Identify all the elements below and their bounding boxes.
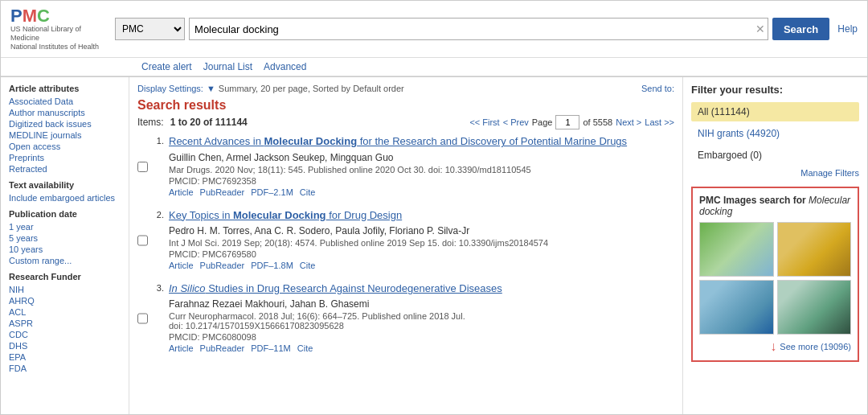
filter-nih-link[interactable]: NIH grants (44920) — [698, 128, 780, 139]
sidebar-item-ahrq[interactable]: AHRQ — [9, 296, 121, 306]
pagination-last[interactable]: Last >> — [645, 117, 674, 127]
result-body-2: Key Topics in Molecular Docking for Drug… — [169, 208, 674, 270]
pagination: << First < Prev Page of 5558 Next > Last… — [469, 115, 674, 129]
result-cite-link-3[interactable]: Cite — [297, 343, 313, 353]
result-pubreader-link-3[interactable]: PubReader — [200, 343, 245, 353]
result-pdf-link-1[interactable]: PDF–2.1M — [251, 187, 293, 197]
pagination-of: of 5558 — [583, 117, 612, 127]
filter-item-embargoed[interactable]: Embargoed (0) — [691, 146, 859, 165]
see-more: ↓ See more (19096) — [699, 339, 851, 354]
result-pubreader-link-1[interactable]: PubReader — [200, 187, 245, 197]
sub-nav: Create alert Journal List Advanced — [1, 58, 867, 76]
result-title-link-2[interactable]: Key Topics in Molecular Docking for Drug… — [169, 209, 402, 221]
result-links-1: Article PubReader PDF–2.1M Cite — [169, 187, 674, 197]
text-availability-heading: Text availability — [9, 180, 121, 190]
result-title-1: Recent Advances in Molecular Docking for… — [169, 134, 674, 149]
result-cite-link-2[interactable]: Cite — [300, 261, 316, 270]
result-title-link-1[interactable]: Recent Advances in Molecular Docking for… — [169, 135, 627, 147]
result-number-3: 3. — [153, 281, 164, 353]
filter-item-all[interactable]: All (111144) — [691, 102, 859, 121]
pagination-prev[interactable]: < Prev — [503, 117, 529, 127]
sidebar-item-nih[interactable]: NIH — [9, 285, 121, 294]
result-journal-2: Int J Mol Sci. 2019 Sep; 20(18): 4574. P… — [169, 238, 674, 248]
result-checkbox-1[interactable] — [137, 137, 148, 196]
manage-filters-link[interactable]: Manage Filters — [800, 168, 859, 178]
table-row: 1. Recent Advances in Molecular Docking … — [137, 134, 674, 196]
sidebar-item-dhs[interactable]: DHS — [9, 341, 121, 351]
pagination-page-input[interactable] — [555, 115, 579, 129]
sidebar-item-associated-data[interactable]: Associated Data — [9, 97, 121, 106]
result-links-3: Article PubReader PDF–11M Cite — [169, 343, 674, 353]
research-funder-heading: Research Funder — [9, 272, 121, 281]
image-thumbnail-1[interactable] — [699, 222, 774, 277]
sidebar-item-fda[interactable]: FDA — [9, 364, 121, 373]
sidebar-item-5years[interactable]: 5 years — [9, 233, 121, 243]
publication-date-heading: Publication date — [9, 209, 121, 219]
database-select[interactable]: PMC PubMed Nucleotide Protein — [115, 18, 185, 40]
sidebar-item-1year[interactable]: 1 year — [9, 222, 121, 232]
sidebar-item-preprints[interactable]: Preprints — [9, 153, 121, 162]
result-pmcid-2: PMCID: PMC6769580 — [169, 249, 674, 259]
result-article-link-2[interactable]: Article — [169, 261, 194, 270]
search-button[interactable]: Search — [772, 18, 829, 40]
result-pubreader-link-2[interactable]: PubReader — [200, 261, 245, 270]
result-journal-3: Curr Neuropharmacol. 2018 Jul; 16(6): 66… — [169, 311, 674, 331]
display-settings-link[interactable]: Display Settings: — [137, 84, 203, 93]
image-thumbnail-4[interactable] — [777, 280, 852, 335]
arrow-down-icon: ↓ — [770, 339, 776, 354]
header: PMC US National Library of Medicine Nati… — [1, 1, 867, 77]
search-bar: PMC PubMed Nucleotide Protein ✕ Search — [115, 18, 829, 40]
result-pmcid-3: PMCID: PMC6080098 — [169, 332, 674, 342]
result-links-2: Article PubReader PDF–1.8M Cite — [169, 261, 674, 270]
sidebar-item-10years[interactable]: 10 years — [9, 244, 121, 254]
sidebar-item-open-access[interactable]: Open access — [9, 142, 121, 151]
sidebar-item-custom-range[interactable]: Custom range... — [9, 256, 121, 265]
result-checkbox-3[interactable] — [137, 284, 148, 353]
advanced-link[interactable]: Advanced — [264, 61, 306, 72]
create-alert-link[interactable]: Create alert — [141, 61, 192, 72]
sidebar-item-include-embargoed[interactable]: Include embargoed articles — [9, 193, 121, 203]
sidebar-item-digitized-back-issues[interactable]: Digitized back issues — [9, 119, 121, 129]
sidebar: Article attributes Associated Data Autho… — [1, 77, 129, 415]
result-cite-link-1[interactable]: Cite — [300, 187, 316, 197]
article-attributes-heading: Article attributes — [9, 84, 121, 93]
search-input[interactable] — [189, 18, 768, 40]
result-pdf-link-2[interactable]: PDF–1.8M — [251, 261, 293, 270]
send-to-link[interactable]: Send to: — [641, 84, 674, 93]
display-settings-chevron: ▼ — [207, 84, 215, 93]
see-more-link[interactable]: See more (19096) — [780, 342, 851, 351]
sidebar-item-retracted[interactable]: Retracted — [9, 164, 121, 174]
display-settings-bar: Display Settings: ▼ Summary, 20 per page… — [137, 84, 674, 93]
sidebar-item-author-manuscripts[interactable]: Author manuscripts — [9, 108, 121, 117]
result-pdf-link-3[interactable]: PDF–11M — [251, 343, 291, 353]
pmc-logo: PMC US National Library of Medicine Nati… — [10, 7, 99, 51]
result-body-3: In Silico Studies in Drug Research Again… — [169, 281, 674, 353]
sidebar-item-aspr[interactable]: ASPR — [9, 318, 121, 328]
table-row: 2. Key Topics in Molecular Docking for D… — [137, 208, 674, 270]
image-thumbnail-3[interactable] — [699, 280, 774, 335]
result-body-1: Recent Advances in Molecular Docking for… — [169, 134, 674, 196]
search-results-title: Search results — [137, 98, 674, 113]
pagination-next[interactable]: Next > — [616, 117, 641, 127]
images-box-title: PMC Images search for Molecular docking — [699, 195, 851, 217]
filter-item-nih-grants[interactable]: NIH grants (44920) — [691, 124, 859, 143]
result-number-2: 2. — [153, 208, 164, 270]
clear-icon[interactable]: ✕ — [755, 23, 765, 35]
sidebar-item-acl[interactable]: ACL — [9, 307, 121, 317]
manage-filters: Manage Filters — [691, 167, 859, 179]
pagination-first[interactable]: << First — [469, 117, 499, 127]
image-thumbnail-2[interactable] — [777, 222, 852, 277]
journal-list-link[interactable]: Journal List — [203, 61, 252, 72]
logo-subtitle: US National Library of Medicine National… — [10, 25, 99, 51]
results-list: 1. Recent Advances in Molecular Docking … — [137, 134, 674, 353]
result-checkbox-2[interactable] — [137, 211, 148, 270]
sidebar-item-cdc[interactable]: CDC — [9, 330, 121, 339]
sidebar-item-epa[interactable]: EPA — [9, 352, 121, 362]
result-article-link-1[interactable]: Article — [169, 187, 194, 197]
items-count-bar: Items: 1 to 20 of 111144 << First < Prev… — [137, 115, 674, 129]
result-article-link-3[interactable]: Article — [169, 343, 194, 353]
table-row: 3. In Silico Studies in Drug Research Ag… — [137, 281, 674, 353]
result-title-link-3[interactable]: In Silico Studies in Drug Research Again… — [169, 282, 502, 294]
help-link[interactable]: Help — [837, 23, 858, 35]
sidebar-item-medline-journals[interactable]: MEDLINE journals — [9, 130, 121, 140]
